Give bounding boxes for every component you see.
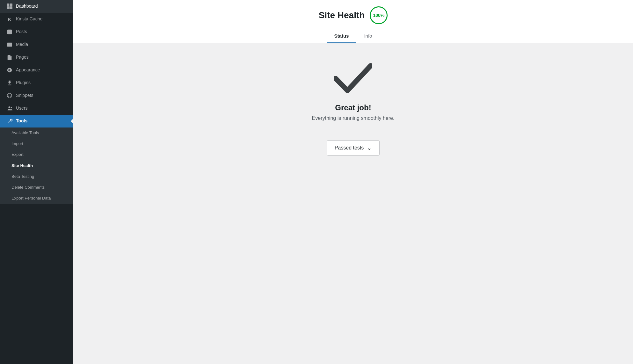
sidebar-item-plugins-label: Plugins — [16, 80, 31, 86]
sidebar-item-media[interactable]: Media — [0, 38, 73, 51]
great-job-title: Great job! — [335, 103, 371, 112]
header-title-row: Site Health 100% — [319, 6, 388, 24]
sidebar-item-users[interactable]: Users — [0, 102, 73, 115]
tabs-container: Status Info — [327, 29, 380, 43]
check-icon-container — [334, 62, 372, 96]
tools-icon — [6, 118, 13, 124]
svg-rect-3 — [10, 6, 12, 9]
appearance-icon — [6, 67, 13, 73]
sidebar-item-tools[interactable]: Tools — [0, 115, 73, 127]
page-header: Site Health 100% Status Info — [73, 0, 633, 43]
svg-rect-0 — [7, 4, 9, 6]
sidebar-item-kinsta-label: Kinsta Cache — [16, 16, 42, 22]
posts-icon — [6, 29, 13, 35]
sidebar-item-posts-label: Posts — [16, 29, 27, 35]
sidebar-item-appearance-label: Appearance — [16, 67, 40, 73]
media-icon — [6, 41, 13, 48]
sidebar-item-dashboard-label: Dashboard — [16, 3, 38, 10]
main-content: Site Health 100% Status Info Great job! … — [73, 0, 633, 364]
svg-rect-1 — [10, 4, 12, 6]
plugins-icon — [6, 80, 13, 86]
sidebar-submenu-available-tools[interactable]: Available Tools — [0, 127, 73, 138]
sidebar-item-snippets[interactable]: Snippets — [0, 89, 73, 102]
sidebar-submenu-site-health[interactable]: Site Health — [0, 160, 73, 171]
svg-rect-2 — [7, 6, 10, 9]
chevron-down-icon: ⌄ — [367, 144, 372, 151]
sidebar-item-dashboard[interactable]: Dashboard — [0, 0, 73, 13]
tools-submenu: Available Tools Import Export Site Healt… — [0, 127, 73, 204]
users-icon — [6, 105, 13, 112]
svg-point-10 — [8, 106, 10, 108]
dashboard-icon — [6, 3, 13, 10]
tab-status[interactable]: Status — [327, 29, 357, 43]
sidebar-item-kinsta-cache[interactable]: K Kinsta Cache — [0, 13, 73, 25]
passed-tests-label: Passed tests — [335, 145, 364, 151]
page-title: Site Health — [319, 10, 365, 20]
sidebar-item-plugins[interactable]: Plugins — [0, 76, 73, 89]
checkmark-icon — [334, 62, 372, 94]
sidebar-submenu-import[interactable]: Import — [0, 138, 73, 149]
sidebar-item-tools-label: Tools — [16, 118, 27, 124]
sidebar-item-media-label: Media — [16, 41, 28, 48]
sidebar-submenu-beta-testing[interactable]: Beta Testing — [0, 171, 73, 182]
tab-info[interactable]: Info — [356, 29, 380, 43]
sidebar-item-users-label: Users — [16, 105, 28, 112]
passed-tests-button[interactable]: Passed tests ⌄ — [327, 140, 380, 156]
sidebar-submenu-export[interactable]: Export — [0, 149, 73, 160]
sidebar-submenu-export-personal-data[interactable]: Export Personal Data — [0, 193, 73, 204]
snippets-icon — [6, 92, 13, 99]
great-job-subtitle: Everything is running smoothly here. — [312, 115, 395, 121]
svg-point-11 — [11, 107, 12, 108]
content-area: Great job! Everything is running smoothl… — [73, 43, 633, 364]
sidebar-item-posts[interactable]: Posts — [0, 25, 73, 38]
sidebar-item-appearance[interactable]: Appearance — [0, 64, 73, 76]
pages-icon — [6, 54, 13, 61]
sidebar-item-snippets-label: Snippets — [16, 92, 33, 99]
sidebar: Dashboard K Kinsta Cache Posts Media Pag… — [0, 0, 73, 364]
kinsta-icon: K — [6, 16, 13, 22]
health-score-badge: 100% — [370, 6, 388, 24]
sidebar-submenu-delete-comments[interactable]: Delete Comments — [0, 182, 73, 193]
sidebar-item-pages-label: Pages — [16, 54, 29, 61]
sidebar-item-pages[interactable]: Pages — [0, 51, 73, 64]
